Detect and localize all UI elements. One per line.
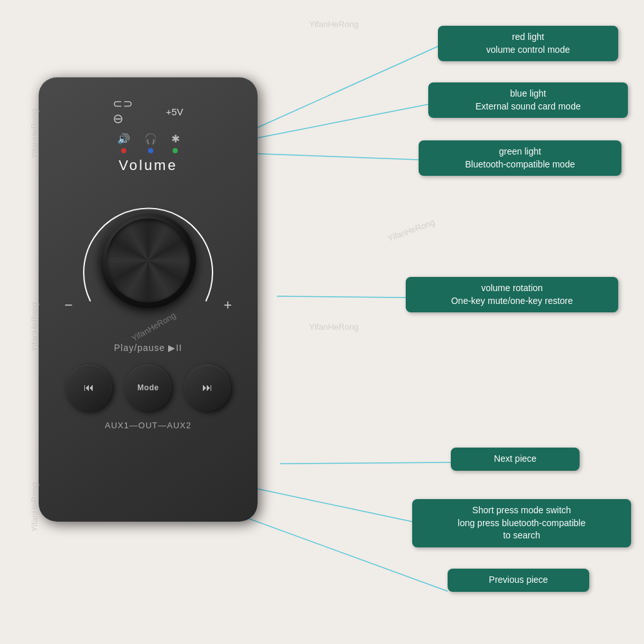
annotation-previous-piece: Previous piece xyxy=(448,569,589,592)
annotation-mode-switch: Short press mode switch long press bluet… xyxy=(412,499,631,547)
bluetooth-icon: ✱ xyxy=(171,133,180,145)
plus-label: + xyxy=(223,297,232,314)
indicator-headphone: 🎧 xyxy=(144,133,157,153)
volume-knob-container[interactable]: − + xyxy=(71,178,225,333)
svg-line-4 xyxy=(280,462,451,464)
volume-label: Volume xyxy=(118,157,177,174)
mode-indicators: 🔊 🎧 ✱ xyxy=(117,133,180,153)
annotation-blue-light: blue light External sound card mode xyxy=(428,82,628,118)
play-pause-label: Play/pause ▶II xyxy=(114,343,182,353)
aux-label: AUX1—OUT—AUX2 xyxy=(105,421,191,430)
audio-device: ⊂⊃⊖ +5V 🔊 🎧 ✱ Volume − + Play/pause ▶II xyxy=(39,77,258,522)
next-icon: ⏭ xyxy=(202,382,213,393)
annotation-red-light: red light volume control mode xyxy=(438,26,618,61)
volume-knob[interactable] xyxy=(100,213,196,309)
annotation-next-piece: Next piece xyxy=(451,448,580,471)
green-dot xyxy=(173,148,178,153)
top-labels: ⊂⊃⊖ +5V xyxy=(113,97,183,126)
mode-button[interactable]: Mode xyxy=(125,365,171,411)
svg-line-2 xyxy=(245,153,419,160)
annotation-volume-rotation: volume rotation One-key mute/one-key res… xyxy=(406,277,618,312)
indicator-bluetooth: ✱ xyxy=(171,133,180,153)
usb-symbol: ⊂⊃⊖ xyxy=(113,97,133,126)
red-dot xyxy=(121,148,126,153)
svg-line-0 xyxy=(258,46,438,128)
speaker-icon: 🔊 xyxy=(117,133,130,145)
mode-label: Mode xyxy=(137,383,158,392)
prev-button[interactable]: ⏮ xyxy=(66,365,112,411)
annotation-green-light: green light Bluetooth-compatible mode xyxy=(419,140,621,176)
control-buttons: ⏮ Mode ⏭ xyxy=(66,365,231,411)
svg-line-3 xyxy=(277,296,406,298)
svg-line-1 xyxy=(245,104,428,140)
indicator-volume: 🔊 xyxy=(117,133,130,153)
knob-inner xyxy=(106,219,190,303)
blue-dot xyxy=(148,148,153,153)
voltage-label: +5V xyxy=(166,106,183,117)
prev-icon: ⏮ xyxy=(84,382,94,393)
next-button[interactable]: ⏭ xyxy=(184,365,231,411)
headphone-icon: 🎧 xyxy=(144,133,157,145)
minus-label: − xyxy=(64,297,73,314)
